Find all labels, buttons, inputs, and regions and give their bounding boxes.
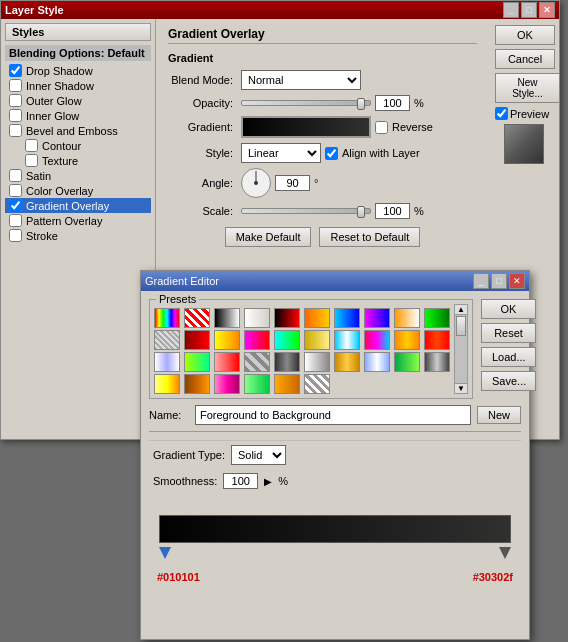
angle-dial[interactable] xyxy=(241,168,271,198)
drop-shadow-checkbox[interactable] xyxy=(9,64,22,77)
scale-input[interactable] xyxy=(375,203,410,219)
ge-reset-button[interactable]: Reset xyxy=(481,323,536,343)
style-item-drop-shadow[interactable]: Drop Shadow xyxy=(5,63,151,78)
bevel-emboss-checkbox[interactable] xyxy=(9,124,22,137)
preset-30[interactable] xyxy=(424,352,450,372)
style-item-outer-glow[interactable]: Outer Glow xyxy=(5,93,151,108)
preset-34[interactable] xyxy=(244,374,270,394)
opacity-thumb[interactable] xyxy=(357,98,365,110)
minimize-button[interactable]: _ xyxy=(503,2,519,18)
scale-thumb[interactable] xyxy=(357,206,365,218)
preset-32[interactable] xyxy=(184,374,210,394)
opacity-slider[interactable] xyxy=(241,100,371,106)
name-input[interactable] xyxy=(195,405,471,425)
preset-19[interactable] xyxy=(394,330,420,350)
style-item-bevel-emboss[interactable]: Bevel and Emboss xyxy=(5,123,151,138)
preset-24[interactable] xyxy=(244,352,270,372)
scale-slider[interactable] xyxy=(241,208,371,214)
preset-16[interactable] xyxy=(304,330,330,350)
style-select[interactable]: Linear xyxy=(241,143,321,163)
smoothness-input[interactable] xyxy=(223,473,258,489)
gradient-bar[interactable] xyxy=(159,515,511,543)
style-item-satin[interactable]: Satin xyxy=(5,168,151,183)
preset-28[interactable] xyxy=(364,352,390,372)
smoothness-arrow[interactable]: ▶ xyxy=(264,476,272,487)
preset-25[interactable] xyxy=(274,352,300,372)
preset-14[interactable] xyxy=(244,330,270,350)
left-color-stop[interactable] xyxy=(159,547,171,559)
style-item-stroke[interactable]: Stroke xyxy=(5,228,151,243)
gradient-swatch[interactable] xyxy=(241,116,371,138)
preset-33[interactable] xyxy=(214,374,240,394)
preset-10[interactable] xyxy=(424,308,450,328)
ge-minimize-button[interactable]: _ xyxy=(473,273,489,289)
style-item-inner-shadow[interactable]: Inner Shadow xyxy=(5,78,151,93)
preset-35[interactable] xyxy=(274,374,300,394)
blend-mode-select[interactable]: Normal xyxy=(241,70,361,90)
pattern-overlay-checkbox[interactable] xyxy=(9,214,22,227)
preset-17[interactable] xyxy=(334,330,360,350)
preset-31[interactable] xyxy=(154,374,180,394)
preset-4[interactable] xyxy=(244,308,270,328)
preset-3[interactable] xyxy=(214,308,240,328)
style-item-texture[interactable]: Texture xyxy=(5,153,151,168)
preset-36[interactable] xyxy=(304,374,330,394)
preset-1[interactable] xyxy=(154,308,180,328)
make-default-button[interactable]: Make Default xyxy=(225,227,312,247)
preset-15[interactable] xyxy=(274,330,300,350)
preset-11[interactable] xyxy=(154,330,180,350)
contour-checkbox[interactable] xyxy=(25,139,38,152)
style-item-gradient-overlay[interactable]: Gradient Overlay xyxy=(5,198,151,213)
preset-8[interactable] xyxy=(364,308,390,328)
preset-27[interactable] xyxy=(334,352,360,372)
preset-29[interactable] xyxy=(394,352,420,372)
satin-checkbox[interactable] xyxy=(9,169,22,182)
gradient-type-select[interactable]: Solid Noise xyxy=(231,445,286,465)
opacity-input[interactable] xyxy=(375,95,410,111)
preset-18[interactable] xyxy=(364,330,390,350)
style-item-pattern-overlay[interactable]: Pattern Overlay xyxy=(5,213,151,228)
scroll-down-arrow[interactable]: ▼ xyxy=(455,383,467,393)
preset-20[interactable] xyxy=(424,330,450,350)
preset-5[interactable] xyxy=(274,308,300,328)
cancel-button[interactable]: Cancel xyxy=(495,49,555,69)
new-gradient-button[interactable]: New xyxy=(477,406,521,424)
preset-13[interactable] xyxy=(214,330,240,350)
preset-22[interactable] xyxy=(184,352,210,372)
reset-to-default-button[interactable]: Reset to Default xyxy=(319,227,420,247)
preset-21[interactable] xyxy=(154,352,180,372)
ok-button[interactable]: OK xyxy=(495,25,555,45)
ge-ok-button[interactable]: OK xyxy=(481,299,536,319)
style-item-color-overlay[interactable]: Color Overlay xyxy=(5,183,151,198)
style-item-contour[interactable]: Contour xyxy=(5,138,151,153)
new-style-button[interactable]: New Style... xyxy=(495,73,560,103)
preset-9[interactable] xyxy=(394,308,420,328)
maximize-button[interactable]: □ xyxy=(521,2,537,18)
preset-6[interactable] xyxy=(304,308,330,328)
reverse-checkbox[interactable] xyxy=(375,121,388,134)
color-overlay-checkbox[interactable] xyxy=(9,184,22,197)
blending-options[interactable]: Blending Options: Default xyxy=(5,45,151,61)
right-color-stop[interactable] xyxy=(499,547,511,559)
texture-checkbox[interactable] xyxy=(25,154,38,167)
preview-checkbox[interactable] xyxy=(495,107,508,120)
preset-12[interactable] xyxy=(184,330,210,350)
style-item-inner-glow[interactable]: Inner Glow xyxy=(5,108,151,123)
ge-load-button[interactable]: Load... xyxy=(481,347,536,367)
ge-maximize-button[interactable]: □ xyxy=(491,273,507,289)
angle-input[interactable] xyxy=(275,175,310,191)
stroke-checkbox[interactable] xyxy=(9,229,22,242)
preset-2[interactable] xyxy=(184,308,210,328)
preset-23[interactable] xyxy=(214,352,240,372)
preset-26[interactable] xyxy=(304,352,330,372)
align-with-layer-checkbox[interactable] xyxy=(325,147,338,160)
preset-7[interactable] xyxy=(334,308,360,328)
scroll-thumb[interactable] xyxy=(456,316,466,336)
inner-glow-checkbox[interactable] xyxy=(9,109,22,122)
scroll-up-arrow[interactable]: ▲ xyxy=(455,305,467,315)
gradient-overlay-checkbox[interactable] xyxy=(9,199,22,212)
inner-shadow-checkbox[interactable] xyxy=(9,79,22,92)
close-button[interactable]: ✕ xyxy=(539,2,555,18)
styles-header[interactable]: Styles xyxy=(5,23,151,41)
outer-glow-checkbox[interactable] xyxy=(9,94,22,107)
